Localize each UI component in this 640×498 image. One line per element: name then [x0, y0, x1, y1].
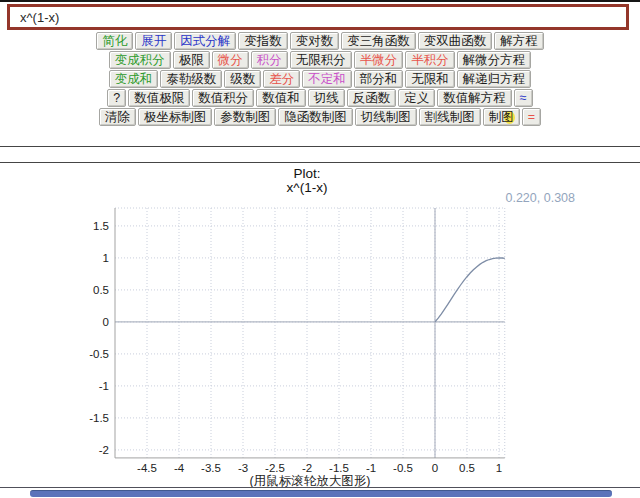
toolbar-button[interactable]: 切线 [308, 89, 345, 107]
toolbar-button[interactable]: 变三角函数 [341, 32, 416, 50]
toolbar-button[interactable]: 数值极限 [128, 89, 190, 107]
toolbar-button[interactable]: 展开 [135, 32, 172, 50]
toolbar-row: 变成积分极限微分积分无限积分半微分半积分解微分方程 [0, 51, 640, 70]
svg-text:1: 1 [103, 252, 109, 264]
svg-text:-1.5: -1.5 [89, 412, 109, 424]
bottom-divider [0, 487, 640, 488]
svg-text:-1: -1 [99, 380, 109, 392]
toolbar-button[interactable]: 割线制图 [419, 108, 481, 126]
toolbar-button[interactable]: 极限 [173, 51, 210, 69]
toolbar-button[interactable]: 半微分 [354, 51, 404, 69]
plot-gridlines [115, 208, 505, 458]
plot-expression: x^(1-x) [115, 180, 499, 195]
toolbar-row: 清除极坐标制图参数制图隐函数制图切线制图割线制图制图= [0, 108, 640, 127]
separator-line-bottom [0, 162, 640, 163]
svg-text:1.5: 1.5 [93, 220, 109, 232]
toolbar-button[interactable]: 部分和 [354, 70, 404, 88]
toolbar-button[interactable]: 积分 [251, 51, 288, 69]
toolbar-button[interactable]: 极坐标制图 [138, 108, 213, 126]
plot-frame [115, 208, 505, 458]
toolbar-button[interactable]: 变指数 [238, 32, 288, 50]
toolbar-button[interactable]: 清除 [99, 108, 136, 126]
svg-text:-0.5: -0.5 [89, 348, 109, 360]
toolbar-button[interactable]: 无限积分 [290, 51, 352, 69]
toolbar-button[interactable]: 解方程 [494, 32, 544, 50]
toolbar-row: 变成和泰勒级数级数差分不定和部分和无限和解递归方程 [0, 70, 640, 89]
toolbar-button[interactable]: 差分 [263, 70, 300, 88]
plot-zero-axes [115, 208, 505, 458]
toolbar: 简化展开因式分解变指数变对数变三角函数变双曲函数解方程变成积分极限微分积分无限积… [0, 32, 640, 127]
top-border [0, 0, 640, 2]
toolbar-button[interactable]: 数值积分 [192, 89, 254, 107]
toolbar-row: 简化展开因式分解变指数变对数变三角函数变双曲函数解方程 [0, 32, 640, 51]
toolbar-button[interactable]: 变双曲函数 [418, 32, 493, 50]
plot-title: Plot: [115, 166, 499, 181]
toolbar-button[interactable]: ≈ [514, 89, 533, 107]
toolbar-button[interactable]: 数值和 [256, 89, 306, 107]
toolbar-button[interactable]: 变成和 [109, 70, 159, 88]
svg-text:-2: -2 [99, 444, 109, 456]
expression-input[interactable] [7, 4, 629, 30]
toolbar-button[interactable]: 数值解方程 [437, 89, 512, 107]
toolbar-button[interactable]: 制图 [483, 108, 520, 126]
toolbar-button[interactable]: 变对数 [290, 32, 340, 50]
toolbar-button[interactable]: = [522, 108, 541, 126]
toolbar-button[interactable]: 无限和 [405, 70, 455, 88]
toolbar-button[interactable]: 定义 [398, 89, 435, 107]
cursor-coordinates: 0.220, 0.308 [505, 191, 575, 205]
toolbar-button[interactable]: 因式分解 [174, 32, 236, 50]
svg-text:0.5: 0.5 [93, 284, 109, 296]
toolbar-button[interactable]: 隐函数制图 [278, 108, 353, 126]
toolbar-button[interactable]: 解微分方程 [457, 51, 532, 69]
svg-text:0: 0 [103, 316, 109, 328]
toolbar-button[interactable]: 变成积分 [109, 51, 171, 69]
plot-canvas[interactable]: -4.5-4-3.5-3-2.5-2-1.5-1-0.500.511.510.5… [75, 206, 535, 478]
toolbar-button[interactable]: ? [107, 89, 126, 107]
toolbar-button[interactable]: 解递归方程 [457, 70, 532, 88]
toolbar-button[interactable]: 级数 [224, 70, 261, 88]
toolbar-button[interactable]: 切线制图 [355, 108, 417, 126]
toolbar-button[interactable]: 不定和 [302, 70, 352, 88]
separator-line-top [0, 146, 640, 147]
toolbar-button[interactable]: 泰勒级数 [160, 70, 222, 88]
toolbar-button[interactable]: 微分 [212, 51, 249, 69]
toolbar-row: ?数值极限数值积分数值和切线反函数定义数值解方程≈ [0, 89, 640, 108]
bottom-scrollbar[interactable] [30, 490, 612, 497]
toolbar-button[interactable]: 反函数 [347, 89, 397, 107]
toolbar-button[interactable]: 简化 [96, 32, 133, 50]
toolbar-button[interactable]: 半积分 [405, 51, 455, 69]
toolbar-button[interactable]: 参数制图 [214, 108, 276, 126]
